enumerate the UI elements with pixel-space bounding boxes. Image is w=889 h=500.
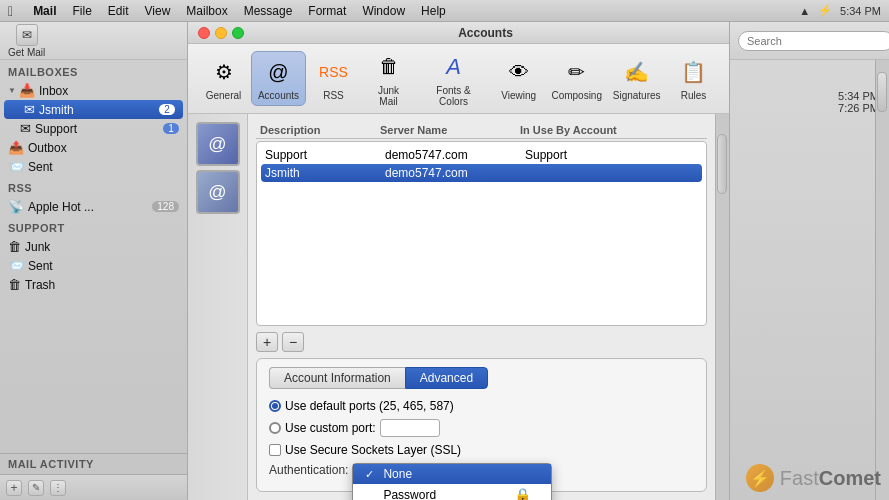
ssl-checkbox-label[interactable]: Use Secure Sockets Layer (SSL) [269, 443, 461, 457]
toolbar-fonts-colors[interactable]: A Fonts & Colors [416, 47, 491, 111]
sidebar-item-outbox[interactable]: 📤 Outbox [0, 138, 187, 157]
sent-folder-icon: 📨 [8, 159, 24, 174]
default-ports-radio-label[interactable]: Use default ports (25, 465, 587) [269, 399, 454, 413]
authentication-dropdown[interactable]: ✓ None Password 🔒 MD5 [352, 463, 552, 500]
sidebar-item-trash[interactable]: 🗑 Trash [0, 275, 187, 294]
fastcomet-logo-icon: ⚡ [746, 464, 774, 492]
sidebar-item-junk[interactable]: 🗑 Junk [0, 237, 187, 256]
jsmith-label: Jsmith [39, 103, 74, 117]
more-mailbox-button[interactable]: ⋮ [50, 480, 66, 496]
fonts-colors-icon: A [438, 51, 470, 83]
accounts-content: @ @ Description Server Name In Use By Ac… [188, 114, 729, 500]
row-support-inuse: Support [525, 148, 698, 162]
jsmith-folder-icon: ✉ [24, 102, 35, 117]
default-ports-row: Use default ports (25, 465, 587) [269, 399, 694, 413]
time2: 7:26 PM [838, 102, 879, 114]
sidebar-item-sent2[interactable]: 📨 Sent [0, 256, 187, 275]
fastcomet-watermark: ⚡ FastComet [746, 464, 881, 492]
dialog-title: Accounts [252, 26, 719, 40]
ssl-row: Use Secure Sockets Layer (SSL) [269, 443, 694, 457]
sidebar-item-jsmith[interactable]: ✉ Jsmith 2 [4, 100, 183, 119]
get-mail-button[interactable]: ✉ Get Mail [8, 24, 45, 58]
tab-advanced[interactable]: Advanced [405, 367, 488, 389]
menubar-mail[interactable]: Mail [25, 4, 64, 18]
junk-label: Junk [25, 240, 50, 254]
menubar-help[interactable]: Help [413, 4, 454, 18]
rss-badge: 128 [152, 201, 179, 212]
signatures-icon: ✍ [621, 56, 653, 88]
accounts-icon: @ [263, 56, 295, 88]
auth-option-none[interactable]: ✓ None [353, 464, 551, 484]
custom-port-input[interactable] [380, 419, 440, 437]
toolbar-rules[interactable]: 📋 Rules [666, 52, 721, 105]
main-container: ✉ Get Mail MAILBOXES ▼ 📥 Inbox ✉ Jsmith … [0, 22, 889, 500]
sidebar-item-sent[interactable]: 📨 Sent [0, 157, 187, 176]
wifi-icon: ▲ [799, 5, 810, 17]
menubar-window[interactable]: Window [354, 4, 413, 18]
menubar-file[interactable]: File [64, 4, 99, 18]
menubar-format[interactable]: Format [300, 4, 354, 18]
battery-icon: ⚡ [818, 4, 832, 17]
table-row-support[interactable]: Support demo5747.com Support [261, 146, 702, 164]
sidebar-item-support[interactable]: ✉ Support 1 [0, 119, 187, 138]
right-panel: 5:34 PM 7:26 PM ⚡ FastComet [729, 22, 889, 500]
add-account-button[interactable]: + [256, 332, 278, 352]
inbox-folder-icon: 📥 [19, 83, 35, 98]
row-support-server: demo5747.com [385, 148, 525, 162]
toolbar-junk-mail[interactable]: 🗑 Junk Mail [361, 47, 416, 111]
accounts-detail-column: Description Server Name In Use By Accoun… [248, 114, 715, 500]
toolbar-rss[interactable]: RSS RSS [306, 52, 361, 105]
toolbar-composing[interactable]: ✏ Composing [546, 52, 607, 105]
custom-port-label: Use custom port: [285, 421, 376, 435]
menubar-mailbox[interactable]: Mailbox [178, 4, 235, 18]
toolbar-viewing[interactable]: 👁 Viewing [491, 52, 546, 105]
accounts-scrollbar[interactable] [715, 114, 729, 500]
accounts-table-header: Description Server Name In Use By Accoun… [256, 122, 707, 139]
right-scrollbar-thumb[interactable] [877, 72, 887, 112]
mail-activity-label: MAIL ACTIVITY [0, 453, 187, 474]
tab-account-information[interactable]: Account Information [269, 367, 405, 389]
ssl-label: Use Secure Sockets Layer (SSL) [285, 443, 461, 457]
default-ports-radio[interactable] [269, 400, 281, 412]
rules-icon: 📋 [678, 56, 710, 88]
menubar-message[interactable]: Message [236, 4, 301, 18]
support-section-header: SUPPORT [0, 216, 187, 237]
account-avatar-1[interactable]: @ [196, 122, 240, 166]
ssl-checkbox[interactable] [269, 444, 281, 456]
inbox-label: Inbox [39, 84, 68, 98]
toolbar-general[interactable]: ⚙ General [196, 52, 251, 105]
menubar-edit[interactable]: Edit [100, 4, 137, 18]
table-row-jsmith[interactable]: Jsmith demo5747.com [261, 164, 702, 182]
minimize-button[interactable] [215, 27, 227, 39]
maximize-button[interactable] [232, 27, 244, 39]
toolbar-accounts[interactable]: @ Accounts [251, 51, 306, 106]
search-input[interactable] [738, 31, 889, 51]
rules-label: Rules [681, 90, 707, 101]
custom-port-radio-label[interactable]: Use custom port: [269, 421, 376, 435]
sidebar-item-inbox[interactable]: ▼ 📥 Inbox [0, 81, 187, 100]
right-scrollbar[interactable] [875, 60, 889, 500]
outbox-label: Outbox [28, 141, 67, 155]
viewing-icon: 👁 [503, 56, 535, 88]
sent2-folder-icon: 📨 [8, 258, 24, 273]
auth-password-label: Password [383, 488, 436, 500]
edit-mailbox-button[interactable]: ✎ [28, 480, 44, 496]
remove-account-button[interactable]: − [282, 332, 304, 352]
close-button[interactable] [198, 27, 210, 39]
col-server-header: Server Name [380, 124, 520, 136]
sidebar-bottom-bar: + ✎ ⋮ [0, 474, 187, 500]
custom-port-radio[interactable] [269, 422, 281, 434]
rss-toolbar-label: RSS [323, 90, 344, 101]
menubar-view[interactable]: View [137, 4, 179, 18]
apple-menu-icon[interactable]:  [8, 3, 13, 19]
add-mailbox-button[interactable]: + [6, 480, 22, 496]
scrollbar-thumb[interactable] [717, 134, 727, 194]
fastcomet-text: FastComet [780, 467, 881, 490]
support-label: Support [35, 122, 77, 136]
sidebar-item-rss[interactable]: 📡 Apple Hot ... 128 [0, 197, 187, 216]
account-avatar-2[interactable]: @ [196, 170, 240, 214]
rss-label: Apple Hot ... [28, 200, 94, 214]
auth-option-password[interactable]: Password 🔒 [353, 484, 551, 500]
toolbar-signatures[interactable]: ✍ Signatures [607, 52, 666, 105]
time1: 5:34 PM [838, 90, 879, 102]
